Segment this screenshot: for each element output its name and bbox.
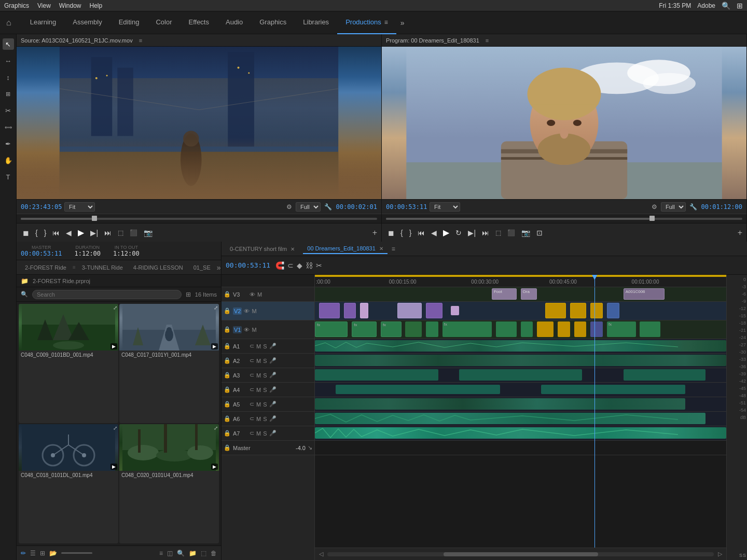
track-row-v3[interactable]: Foot Ora A001C006 <box>315 287 726 302</box>
tab-graphics[interactable]: Graphics <box>251 11 295 34</box>
track-mute-a5[interactable]: M <box>256 401 261 408</box>
ripple-edit-tool[interactable]: ↕ <box>3 72 14 83</box>
type-tool[interactable]: T <box>3 171 14 183</box>
track-mic-a5[interactable]: 🎤 <box>269 401 276 408</box>
clip-v1-5[interactable] <box>426 321 438 337</box>
project-search-icon-bottom[interactable]: 🔍 <box>177 550 185 557</box>
tab-productions[interactable]: Productions ≡ <box>337 11 396 34</box>
source-video-display[interactable] <box>17 47 381 199</box>
program-camera[interactable]: 📷 <box>519 227 532 239</box>
program-wrench-icon[interactable]: 🔧 <box>688 202 699 212</box>
track-lock-master[interactable]: 🔒 <box>224 444 231 451</box>
track-mute-v2[interactable]: M <box>252 308 256 314</box>
track-lock-a3[interactable]: 🔒 <box>224 372 231 379</box>
project-filter-icon[interactable]: ◫ <box>167 550 173 557</box>
grid-icon[interactable]: ⊞ <box>737 2 743 10</box>
clip-v2-orange3[interactable] <box>590 303 603 318</box>
track-eye-v3[interactable]: 👁 <box>250 291 255 298</box>
source-mark-in-btn[interactable]: { <box>33 227 40 239</box>
program-lift[interactable]: ⬚ <box>493 228 503 238</box>
project-grid-icon[interactable]: ⊞ <box>40 550 45 557</box>
tl-marker-icon[interactable]: ◆ <box>297 261 302 270</box>
tab-assembly[interactable]: Assembly <box>64 11 110 34</box>
tab-editing[interactable]: Editing <box>110 11 148 34</box>
more-workspaces[interactable]: » <box>396 19 409 27</box>
track-row-a6[interactable] <box>315 412 726 426</box>
tab-audio[interactable]: Audio <box>217 11 251 34</box>
timeline-ruler[interactable]: :00:00 00:00:15:00 00:00:30:00 00:00:45:… <box>315 275 726 287</box>
program-scrubber[interactable] <box>382 214 746 223</box>
clip-v1-4[interactable] <box>405 321 422 337</box>
clip-v2-orange2[interactable] <box>570 303 587 318</box>
clip-v3-2[interactable]: Ora <box>521 288 537 300</box>
source-add-btn[interactable]: + <box>372 228 377 237</box>
track-mute-a3[interactable]: M <box>256 372 261 379</box>
clip-v2-5[interactable] <box>426 303 442 318</box>
thumb-expand-0[interactable]: ⤢ <box>113 305 117 311</box>
clip-v1-3[interactable]: fx <box>381 321 402 337</box>
source-fit-select[interactable]: Fit 100% 50% <box>64 202 95 212</box>
source-scrubber[interactable] <box>17 214 381 223</box>
tl-razor-icon[interactable]: ✂ <box>316 261 322 270</box>
tl-snap-icon[interactable]: ⊂ <box>287 261 294 270</box>
project-sort-icon[interactable]: ≡ <box>159 550 163 557</box>
track-sync-a4[interactable]: ⊂ <box>250 386 254 393</box>
bin-tab-forest-ride[interactable]: 2-FOREST Ride <box>21 263 71 272</box>
track-lock-a2[interactable]: 🔒 <box>224 357 231 364</box>
source-settings-icon[interactable]: ⚙ <box>285 202 294 212</box>
track-solo-a1[interactable]: S <box>263 343 267 349</box>
track-sync-a2[interactable]: ⊂ <box>250 357 254 364</box>
timeline-timecode[interactable]: 00:00:53:11 <box>226 261 272 269</box>
track-lock-a5[interactable]: 🔒 <box>224 401 231 408</box>
track-row-a5[interactable] <box>315 397 726 412</box>
program-add-btn[interactable]: + <box>738 228 742 237</box>
track-row-a3[interactable] <box>315 368 726 383</box>
tl-zoom-in[interactable]: ▷ <box>718 551 722 557</box>
source-overwrite[interactable]: ⬛ <box>128 228 140 238</box>
track-solo-a6[interactable]: S <box>263 416 267 422</box>
clip-v1-orange[interactable] <box>537 321 554 337</box>
track-mute-a7[interactable]: M <box>256 430 261 437</box>
clip-v2-orange[interactable] <box>545 303 566 318</box>
pen-tool[interactable]: ✒ <box>3 138 14 149</box>
program-quality-select[interactable]: Full 1/2 1/4 <box>661 202 686 212</box>
source-camera[interactable]: 📷 <box>142 227 155 239</box>
razor-tool[interactable]: ✂ <box>3 105 14 116</box>
clip-v1-9[interactable]: fx <box>607 321 636 337</box>
source-step-back[interactable]: ◀ <box>64 227 74 239</box>
clip-v1-orange3[interactable] <box>574 321 587 337</box>
tl-tab-dreamers[interactable]: 00 Dreamers_Edit_180831 ✕ <box>303 244 388 254</box>
track-target-v2[interactable]: V2 <box>233 307 242 315</box>
project-zoom-slider[interactable] <box>61 552 92 554</box>
program-extract[interactable]: ⬛ <box>505 228 517 238</box>
track-sync-a3[interactable]: ⊂ <box>250 372 254 379</box>
track-eye-v1[interactable]: 👁 <box>244 327 250 333</box>
track-sync-a1[interactable]: ⊂ <box>250 343 254 349</box>
project-pencil-icon[interactable]: ✏ <box>21 550 26 557</box>
program-timecode[interactable]: 00:00:53:11 <box>386 203 427 211</box>
program-mark-in[interactable]: ◼ <box>386 227 396 239</box>
source-step-fwd[interactable]: ▶| <box>88 227 100 239</box>
tl-zoom-out[interactable]: ◁ <box>319 551 323 557</box>
source-monitor-menu[interactable]: ≡ <box>139 37 142 44</box>
track-lock-a4[interactable]: 🔒 <box>224 386 231 393</box>
track-solo-a2[interactable]: S <box>263 358 267 364</box>
clip-v2-2[interactable] <box>344 303 356 318</box>
project-sequence-new[interactable]: ⬚ <box>201 550 206 557</box>
tl-close-dreamers[interactable]: ✕ <box>379 246 383 251</box>
project-delete[interactable]: 🗑 <box>211 550 217 557</box>
track-row-a2[interactable] <box>315 354 726 368</box>
source-mark-out-btn[interactable]: } <box>42 227 49 239</box>
menu-graphics[interactable]: Graphics <box>4 2 29 9</box>
track-lock-a1[interactable]: 🔒 <box>224 343 231 349</box>
clip-v1-orange2[interactable] <box>558 321 570 337</box>
project-bin-icon[interactable]: 📂 <box>49 550 57 557</box>
track-mute-v1[interactable]: M <box>252 327 256 333</box>
tl-tab-century[interactable]: 0-CENTURY short film ✕ <box>226 244 299 254</box>
source-wrench-icon[interactable]: 🔧 <box>323 202 334 212</box>
track-solo-a7[interactable]: S <box>263 430 267 437</box>
clip-v1-blue[interactable] <box>590 321 603 337</box>
source-play[interactable]: ▶ <box>76 226 86 239</box>
clip-v2-4[interactable] <box>397 303 422 318</box>
tl-settings-icon[interactable]: ≡ <box>392 245 395 253</box>
